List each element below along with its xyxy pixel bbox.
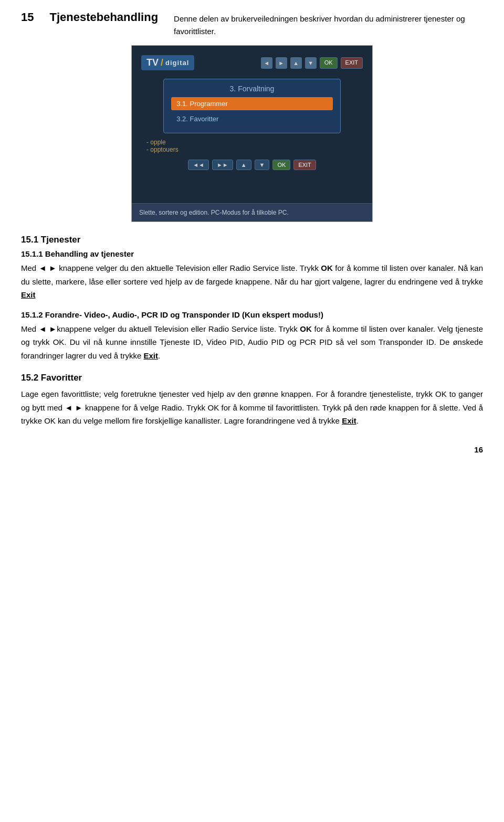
nav-arrow-right: ► [276,57,287,69]
nav-arrow-down: ▼ [305,57,317,69]
nav-arrow-left: ◄ [261,57,272,69]
tv-logo: TV / digital [141,55,194,70]
screenshot-inner: TV / digital ◄ ► ▲ ▼ OK EXIT 3. F [132,46,372,203]
menu-item-2: 3.2. Favoritter [171,112,333,125]
subsection-15-1-1: 15.1.1 Behandling av tjenester Med ◄ ► k… [21,249,483,302]
chapter-title-text: Tjenestebehandling [49,10,158,24]
section-15-2: 15.2 Favoritter Lage egen favorittliste;… [21,373,483,428]
ctrl-ok2: OK [272,160,290,170]
ok-btn: OK [320,57,338,69]
section-15-2-text: Lage egen favorittliste; velg foretrukne… [21,387,483,428]
tv-logo-digital-text: digital [165,59,189,67]
tv-logo-tv-text: TV [146,57,159,68]
nav-arrows: ◄ ► ▲ ▼ OK EXIT [261,57,363,69]
bottom-controls: ◄◄ ►► ▲ ▼ OK EXIT [141,160,363,170]
chapter-title: 15 [21,10,34,24]
nav-arrow-up: ▲ [290,57,302,69]
section-15-2-title: 15.2 Favoritter [21,373,483,383]
menu-item-1: 3.1. Programmer [171,97,333,110]
menu-panel-title: 3. Forvaltning [171,85,333,93]
ctrl-next: ►► [212,160,233,170]
tv-logo-slash: / [161,57,163,68]
page-number: 16 [474,445,483,454]
exit-btn: EXIT [341,57,363,69]
screenshot-image: TV / digital ◄ ► ▲ ▼ OK EXIT 3. F [131,45,373,222]
menu-panel: 3. Forvaltning 3.1. Programmer 3.2. Favo… [163,79,341,133]
ctrl-down2: ▼ [255,160,270,170]
ctrl-prev: ◄◄ [188,160,209,170]
subsection-15-1-1-text: Med ◄ ► knappene velger du den aktuelle … [21,261,483,302]
ctrl-up2: ▲ [236,160,251,170]
section-15-1-title: 15.1 Tjenester [21,235,483,245]
screenshot-bottom-text: Slette, sortere og edition. PC-Modus for… [132,203,372,222]
page-container: 15 Tjenestebehandling Denne delen av bru… [21,10,483,459]
chapter-intro: Denne delen av brukerveiledningen beskri… [174,10,483,38]
subsection-15-1-2: 15.1.2 Forandre- Video-, Audio-, PCR ID … [21,310,483,363]
ctrl-exit2: EXIT [293,160,316,170]
section-15-1: 15.1 Tjenester 15.1.1 Behandling av tjen… [21,235,483,362]
chapter-header: 15 Tjenestebehandling Denne delen av bru… [21,10,483,38]
content-wrapper: 15 Tjenestebehandling Denne delen av bru… [21,10,483,459]
opple-label: - opple- opptouers [146,139,363,153]
subsection-15-1-2-text: Med ◄ ►knappene velger du aktuell Televi… [21,322,483,363]
subsection-15-1-1-title: 15.1.1 Behandling av tjenester [21,249,483,258]
subsection-15-1-2-title: 15.1.2 Forandre- Video-, Audio-, PCR ID … [21,310,483,319]
